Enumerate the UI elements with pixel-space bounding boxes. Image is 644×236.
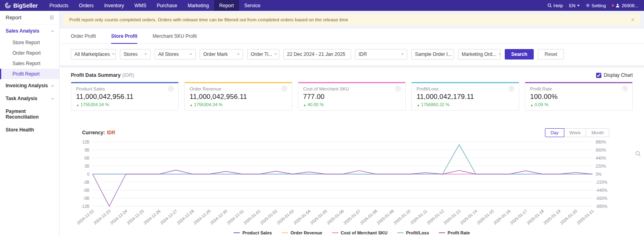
svg-text:2025-01-07: 2025-01-07 <box>343 209 361 226</box>
stores-type-select[interactable]: Stores <box>120 49 151 60</box>
svg-text:660%: 660% <box>596 148 606 152</box>
sidebar-section-invoicing-analysis[interactable]: Invoicing Analysis <box>0 79 59 92</box>
chevron-down-icon <box>275 53 277 55</box>
sidebar-item-sales-report[interactable]: Sales Report <box>0 58 59 69</box>
display-chart-label: Display Chart <box>604 72 633 78</box>
sidebar-item-order-report[interactable]: Order Report <box>0 48 59 58</box>
legend-marker <box>332 232 339 233</box>
svg-text:2024-12-25: 2024-12-25 <box>126 209 145 226</box>
up-triangle-icon <box>303 102 306 107</box>
series-line-product-sales <box>93 145 592 174</box>
language-selector[interactable]: EN <box>569 3 580 8</box>
marketing-order-select[interactable]: Marketing Ord... <box>458 49 501 60</box>
user-label: 26908... <box>621 3 638 8</box>
date-range-picker[interactable]: 22 Dec 2024 - 21 Jan 2025 <box>283 49 351 60</box>
sidebar-menu: Sales AnalysisStore ReportOrder ReportSa… <box>0 25 59 136</box>
sidebar-item-store-report[interactable]: Store Report <box>0 37 59 48</box>
svg-text:2024-12-24: 2024-12-24 <box>109 209 128 226</box>
svg-text:2024-12-22: 2024-12-22 <box>76 209 95 226</box>
nav-item-orders[interactable]: Orders <box>74 0 99 11</box>
nav-item-inventory[interactable]: Inventory <box>99 0 129 11</box>
nav-item-service[interactable]: Service <box>239 0 266 11</box>
svg-text:2025-01-04: 2025-01-04 <box>293 209 312 226</box>
search-icon <box>547 3 552 8</box>
sidebar-section-label: Task Analysis <box>6 96 37 101</box>
sample-order-select[interactable]: Sample Order I... <box>411 49 454 60</box>
period-day[interactable]: Day <box>545 128 564 137</box>
svg-text:2025-01-18: 2025-01-18 <box>526 209 545 226</box>
summary-card-cost-of-merchant-sku: Cost of Merchant SKU777.0040.00 % <box>298 82 406 111</box>
svg-text:0%: 0% <box>596 172 602 176</box>
svg-text:9B: 9B <box>85 148 90 152</box>
period-week[interactable]: Week <box>564 128 586 137</box>
nav-item-marketing[interactable]: Marketing <box>182 0 214 11</box>
svg-text:12B: 12B <box>82 140 89 144</box>
nav-item-products[interactable]: Products <box>44 0 74 11</box>
nav-item-report[interactable]: Report <box>214 0 239 11</box>
nav-item-wms[interactable]: WMS <box>129 0 151 11</box>
help-button[interactable]: Help <box>547 3 563 8</box>
user-menu[interactable]: 26908... <box>612 3 638 8</box>
card-change-value: 0.09 % <box>535 102 548 107</box>
svg-text:2025-01-03: 2025-01-03 <box>276 209 295 226</box>
sidebar-section-sales-analysis[interactable]: Sales Analysis <box>0 25 59 37</box>
card-value: 11,000,042,956.11 <box>190 93 287 101</box>
marketplace-select[interactable]: All Marketplaces <box>71 49 116 60</box>
card-value: 11,000,042,179.11 <box>417 93 514 101</box>
svg-text:2024-12-27: 2024-12-27 <box>159 209 178 226</box>
card-change-value: 1755304.34 % <box>194 102 223 107</box>
tab-merchant-sku-profit[interactable]: Merchant SKU Profit <box>153 29 196 43</box>
tab-store-profit[interactable]: Store Profit <box>111 29 137 44</box>
main-content: Profit report only counts completed orde… <box>60 11 644 236</box>
card-label: Order Revenue <box>190 86 221 91</box>
display-chart-toggle[interactable]: Display Chart <box>596 72 633 78</box>
order-mark-select[interactable]: Order Mark <box>200 49 243 60</box>
tab-order-profit[interactable]: Order Profit <box>71 29 96 43</box>
sidebar-item-profit-report[interactable]: Profit Report <box>0 69 59 79</box>
info-icon[interactable] <box>622 86 627 91</box>
sidebar-section-task-analysis[interactable]: Task Analysis <box>0 92 59 105</box>
chart-zoom-icon[interactable] <box>635 151 641 158</box>
all-stores-select-value: All Stores <box>158 51 179 57</box>
reset-button[interactable]: Reset <box>538 49 564 60</box>
chevron-up-icon <box>51 29 54 33</box>
sidebar-section-label: Sales Analysis <box>6 28 39 34</box>
info-icon[interactable] <box>168 86 173 91</box>
info-icon[interactable] <box>395 86 400 91</box>
nav-item-purchase[interactable]: Purchase <box>151 0 182 11</box>
all-stores-select[interactable]: All Stores <box>155 49 196 60</box>
chevron-down-icon <box>144 53 147 55</box>
nav-items: ProductsOrdersInventoryWMSPurchaseMarket… <box>44 0 266 11</box>
settings-button[interactable]: Setting <box>586 3 606 8</box>
date-range-value: 22 Dec 2024 - 21 Jan 2025 <box>287 51 345 57</box>
currency-select[interactable]: IDR <box>355 49 407 60</box>
brand-logo[interactable]: BigSeller <box>0 2 44 9</box>
info-icon[interactable] <box>282 86 287 91</box>
svg-text:-9B: -9B <box>83 196 89 201</box>
svg-text:2024-12-31: 2024-12-31 <box>226 209 245 226</box>
collapse-sidebar-icon[interactable] <box>49 15 54 20</box>
sidebar-section-payment-reconciliation[interactable]: Payment Reconciliation <box>0 105 59 123</box>
order-time-select[interactable]: Order Ti... <box>247 49 279 60</box>
search-button[interactable]: Search <box>505 49 534 60</box>
svg-text:440%: 440% <box>596 156 606 160</box>
close-icon[interactable]: × <box>631 17 634 23</box>
svg-text:6B: 6B <box>85 156 90 160</box>
chevron-down-icon <box>190 53 192 55</box>
bigseller-logo-icon <box>5 2 11 8</box>
card-change-value: 1756860.32 % <box>421 102 450 107</box>
period-month[interactable]: Month <box>586 128 609 137</box>
svg-text:-440%: -440% <box>596 188 607 193</box>
profit-chart: 12B880%9B660%6B440%3B220%00%-3B-220%-6B-… <box>67 138 630 230</box>
info-icon[interactable] <box>509 86 514 91</box>
gear-icon <box>586 3 590 8</box>
summary-currency-suffix: (IDR) <box>122 72 134 78</box>
legend-marker <box>282 232 288 233</box>
language-label: EN <box>569 3 576 8</box>
sidebar-section-store-health[interactable]: Store Health <box>0 123 59 136</box>
svg-text:0: 0 <box>87 172 89 176</box>
summary-card-profit-loss: Profit/Loss11,000,042,179.111756860.32 % <box>411 82 519 111</box>
svg-text:2025-01-10: 2025-01-10 <box>393 209 412 226</box>
display-chart-checkbox[interactable] <box>596 73 601 78</box>
card-label: Product Sales <box>76 86 105 91</box>
